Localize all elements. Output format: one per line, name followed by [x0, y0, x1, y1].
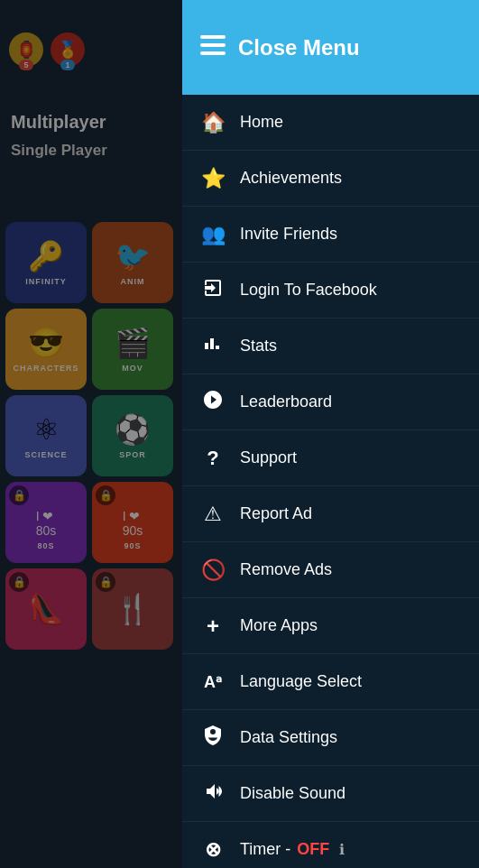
- login-icon: [200, 277, 226, 304]
- timer-value: OFF: [297, 840, 329, 858]
- svg-rect-1: [200, 43, 226, 47]
- svg-rect-0: [200, 35, 226, 39]
- menu-item-remove-ads[interactable]: 🚫 Remove Ads: [182, 542, 479, 598]
- home-icon: [200, 111, 226, 134]
- leaderboard-icon: [200, 389, 226, 416]
- menu-item-sound[interactable]: Disable Sound: [182, 766, 479, 822]
- login-label: Login To Facebook: [240, 281, 377, 300]
- dim-overlay: [0, 0, 182, 868]
- sound-label: Disable Sound: [240, 784, 345, 803]
- support-icon: ?: [200, 447, 226, 470]
- menu-header[interactable]: Close Menu: [182, 0, 479, 95]
- achievements-label: Achievements: [240, 169, 342, 188]
- menu-item-support[interactable]: ? Support: [182, 430, 479, 486]
- menu-item-login[interactable]: Login To Facebook: [182, 263, 479, 319]
- menu-item-report[interactable]: ⚠ Report Ad: [182, 486, 479, 542]
- home-label: Home: [240, 113, 283, 132]
- more-apps-icon: +: [200, 614, 226, 639]
- timer-info-icon[interactable]: ℹ: [339, 842, 345, 857]
- menu-lines-icon: [200, 33, 226, 61]
- remove-ads-icon: 🚫: [200, 559, 226, 582]
- language-label: Language Select: [240, 672, 362, 691]
- menu-item-data-settings[interactable]: Data Settings: [182, 710, 479, 766]
- remove-ads-label: Remove Ads: [240, 560, 332, 579]
- stats-icon: [200, 333, 226, 360]
- menu-item-home[interactable]: Home: [182, 95, 479, 151]
- report-icon: ⚠: [200, 503, 226, 526]
- menu-item-language[interactable]: Aᵃ Language Select: [182, 654, 479, 710]
- leaderboard-label: Leaderboard: [240, 392, 332, 411]
- menu-item-invite[interactable]: 👥 Invite Friends: [182, 207, 479, 263]
- more-apps-label: More Apps: [240, 616, 318, 635]
- data-settings-icon: [200, 725, 226, 752]
- menu-item-timer[interactable]: ⊗ Timer - OFF ℹ: [182, 822, 479, 868]
- support-label: Support: [240, 448, 297, 467]
- menu-items-list: Home Achievements 👥 Invite Friends Login…: [182, 95, 479, 868]
- achievements-icon: [200, 167, 226, 190]
- stats-label: Stats: [240, 337, 277, 356]
- data-settings-label: Data Settings: [240, 728, 337, 747]
- language-icon: Aᵃ: [200, 672, 226, 692]
- menu-overlay: Close Menu Home Achievements 👥 Invite Fr…: [0, 0, 479, 868]
- menu-item-achievements[interactable]: Achievements: [182, 151, 479, 207]
- report-label: Report Ad: [240, 504, 312, 523]
- menu-close-title: Close Menu: [238, 35, 360, 60]
- sound-icon: [200, 780, 226, 808]
- menu-item-more-apps[interactable]: + More Apps: [182, 598, 479, 654]
- timer-label: Timer - OFF ℹ: [240, 840, 345, 859]
- timer-icon: ⊗: [200, 838, 226, 862]
- invite-label: Invite Friends: [240, 225, 337, 244]
- menu-panel: Close Menu Home Achievements 👥 Invite Fr…: [182, 0, 479, 868]
- menu-item-stats[interactable]: Stats: [182, 319, 479, 374]
- menu-item-leaderboard[interactable]: Leaderboard: [182, 374, 479, 430]
- invite-icon: 👥: [200, 223, 226, 246]
- svg-rect-2: [200, 51, 226, 55]
